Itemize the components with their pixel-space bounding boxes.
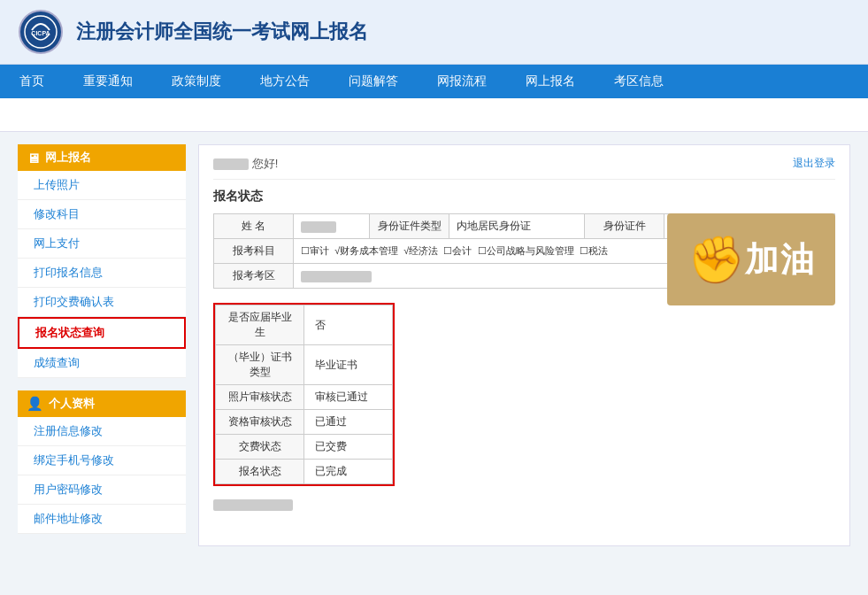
sidebar-item-print-info[interactable]: 打印报名信息 (18, 259, 186, 288)
hl-label-cert-type: （毕业）证书类型 (216, 345, 304, 385)
sidebar-item-upload-photo[interactable]: 上传照片 (18, 171, 186, 200)
subject-account: ☐会计 (443, 245, 472, 256)
nav-item-bulletin[interactable]: 地方公告 (241, 65, 329, 98)
hl-label-reg-status: 报名状态 (216, 460, 304, 484)
hl-value-cert-type: 毕业证书 (304, 345, 393, 385)
sidebar-item-payment[interactable]: 网上支付 (18, 229, 186, 259)
hl-value-payment-status: 已交费 (304, 435, 393, 460)
subject-strategy: ☐公司战略与风险管理 (478, 245, 574, 256)
hl-label-payment-status: 交费状态 (216, 435, 304, 460)
hl-row-photo-status: 照片审核状态 审核已通过 (216, 385, 393, 410)
sidebar-item-edit-phone[interactable]: 绑定手机号修改 (18, 446, 186, 475)
label-subject: 报考科目 (214, 239, 294, 264)
username-hidden (213, 158, 249, 170)
header-title: 注册会计师全国统一考试网上报名 (76, 19, 368, 45)
sidebar-item-score-query[interactable]: 成绩查询 (18, 349, 186, 378)
label-name: 姓 名 (214, 214, 294, 239)
bottom-hidden-area (213, 498, 835, 511)
value-id-type: 内地居民身份证 (449, 214, 585, 239)
subject-econ: √经济法 (403, 245, 438, 256)
header: CICPA 注册会计师全国统一考试网上报名 (0, 0, 868, 65)
hl-row-cert-type: （毕业）证书类型 毕业证书 (216, 345, 393, 385)
nav-item-notice[interactable]: 重要通知 (64, 65, 152, 98)
sidebar-section-profile-title: 👤 个人资料 (18, 390, 186, 417)
value-name (294, 214, 370, 239)
sidebar-item-status-query[interactable]: 报名状态查询 (18, 317, 186, 349)
nav-item-process[interactable]: 网报流程 (418, 65, 506, 98)
main-nav: 首页 重要通知 政策制度 地方公告 问题解答 网报流程 网上报名 考区信息 (0, 65, 868, 98)
hl-row-payment-status: 交费状态 已交费 (216, 435, 393, 460)
monitor-icon: 🖥 (27, 151, 40, 166)
hl-row-reg-status: 报名状态 已完成 (216, 460, 393, 484)
nav-item-exam-area[interactable]: 考区信息 (595, 65, 683, 98)
hl-label-graduate: 是否应届毕业生 (216, 305, 304, 345)
status-content-area: 姓 名 身份证件类型 内地居民身份证 身份证件 报考科目 ☐审计 √财务成本管理… (213, 213, 835, 511)
search-bar (0, 98, 868, 132)
nav-item-policy[interactable]: 政策制度 (152, 65, 241, 98)
overlay-text: 加油 (745, 237, 816, 282)
label-id-type: 身份证件类型 (370, 214, 449, 239)
hl-label-photo-status: 照片审核状态 (216, 385, 304, 410)
hl-value-reg-status: 已完成 (304, 460, 393, 484)
nav-item-home[interactable]: 首页 (0, 65, 64, 98)
svg-text:CICPA: CICPA (31, 30, 50, 36)
hl-row-qualify-status: 资格审核状态 已通过 (216, 410, 393, 435)
sidebar: 🖥 网上报名 上传照片 修改科目 网上支付 打印报名信息 打印交费确认表 报名状… (18, 144, 186, 546)
layout: 🖥 网上报名 上传照片 修改科目 网上支付 打印报名信息 打印交费确认表 报名状… (0, 132, 868, 559)
sidebar-item-edit-email[interactable]: 邮件地址修改 (18, 505, 186, 534)
hl-label-qualify-status: 资格审核状态 (216, 410, 304, 435)
sidebar-section-profile: 👤 个人资料 注册信息修改 绑定手机号修改 用户密码修改 邮件地址修改 (18, 390, 186, 534)
greeting-area: 退出登录 您好! (213, 156, 835, 180)
sidebar-section-register-title: 🖥 网上报名 (18, 144, 186, 171)
sidebar-item-print-receipt[interactable]: 打印交费确认表 (18, 288, 186, 317)
sidebar-section-register: 🖥 网上报名 上传照片 修改科目 网上支付 打印报名信息 打印交费确认表 报名状… (18, 144, 186, 378)
label-id-num: 身份证件 (585, 214, 664, 239)
highlight-table: 是否应届毕业生 否 （毕业）证书类型 毕业证书 照片审核状态 审核已通过 资 (215, 305, 393, 484)
nav-item-register[interactable]: 网上报名 (506, 65, 595, 98)
sidebar-item-edit-reg[interactable]: 注册信息修改 (18, 417, 186, 446)
sidebar-item-edit-password[interactable]: 用户密码修改 (18, 475, 186, 505)
highlight-status-box: 是否应届毕业生 否 （毕业）证书类型 毕业证书 照片审核状态 审核已通过 资 (213, 303, 395, 486)
hl-value-photo-status: 审核已通过 (304, 385, 393, 410)
sidebar-item-modify-subject[interactable]: 修改科目 (18, 200, 186, 229)
logout-link[interactable]: 退出登录 (793, 156, 835, 171)
header-logo: CICPA (18, 9, 64, 55)
label-area: 报考考区 (214, 264, 294, 289)
nav-item-faq[interactable]: 问题解答 (329, 65, 418, 98)
overlay-stamp: ✊ 加油 (667, 213, 835, 305)
section-title-status: 报名状态 (213, 189, 835, 205)
fist-icon: ✊ (687, 236, 745, 282)
hl-value-qualify-status: 已通过 (304, 410, 393, 435)
hl-row-graduate: 是否应届毕业生 否 (216, 305, 393, 345)
subject-finance: √财务成本管理 (334, 245, 398, 256)
subject-audit: ☐审计 (301, 245, 329, 256)
hl-value-graduate: 否 (304, 305, 393, 345)
person-icon: 👤 (27, 396, 43, 412)
main-content: 退出登录 您好! 报名状态 姓 名 身份证件类型 内地居民身份证 身份证件 (198, 144, 850, 546)
subject-tax: ☐税法 (580, 245, 608, 256)
